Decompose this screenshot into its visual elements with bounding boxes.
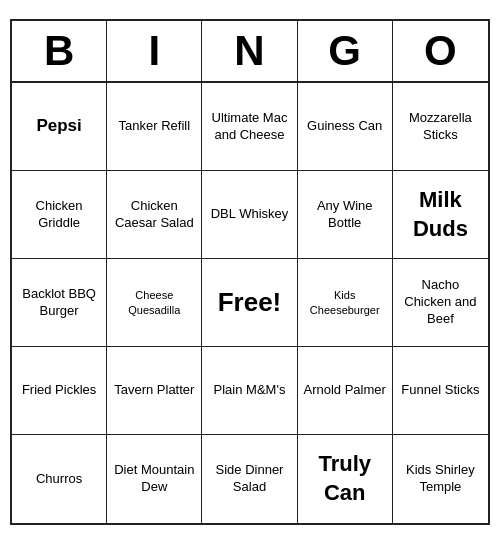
bingo-card: BINGO PepsiTanker RefillUltimate Mac and… [10, 19, 490, 525]
bingo-cell: Churros [12, 435, 107, 523]
cell-text: Truly Can [302, 450, 388, 507]
bingo-cell: Kids Shirley Temple [393, 435, 488, 523]
header-letter: N [202, 21, 297, 81]
bingo-cell: Tanker Refill [107, 83, 202, 171]
cell-text: Arnold Palmer [304, 382, 386, 399]
header-letter: G [298, 21, 393, 81]
bingo-cell: Chicken Caesar Salad [107, 171, 202, 259]
bingo-cell: Backlot BBQ Burger [12, 259, 107, 347]
cell-text: Ultimate Mac and Cheese [206, 110, 292, 144]
header-letter: B [12, 21, 107, 81]
cell-text: Backlot BBQ Burger [16, 286, 102, 320]
cell-text: Cheese Quesadilla [111, 288, 197, 317]
bingo-cell: Chicken Griddle [12, 171, 107, 259]
cell-text: Kids Shirley Temple [397, 462, 484, 496]
bingo-cell: Plain M&M's [202, 347, 297, 435]
cell-text: Chicken Caesar Salad [111, 198, 197, 232]
bingo-cell: Ultimate Mac and Cheese [202, 83, 297, 171]
bingo-cell: Cheese Quesadilla [107, 259, 202, 347]
bingo-cell: Truly Can [298, 435, 393, 523]
cell-text: Free! [218, 286, 282, 320]
cell-text: Milk Duds [397, 186, 484, 243]
cell-text: Guiness Can [307, 118, 382, 135]
cell-text: Fried Pickles [22, 382, 96, 399]
cell-text: Any Wine Bottle [302, 198, 388, 232]
bingo-cell: Fried Pickles [12, 347, 107, 435]
bingo-header: BINGO [12, 21, 488, 83]
bingo-cell: Mozzarella Sticks [393, 83, 488, 171]
cell-text: Tanker Refill [119, 118, 191, 135]
bingo-cell: Free! [202, 259, 297, 347]
bingo-cell: Any Wine Bottle [298, 171, 393, 259]
cell-text: Mozzarella Sticks [397, 110, 484, 144]
cell-text: Kids Cheeseburger [302, 288, 388, 317]
bingo-cell: Diet Mountain Dew [107, 435, 202, 523]
bingo-grid: PepsiTanker RefillUltimate Mac and Chees… [12, 83, 488, 523]
bingo-cell: Side Dinner Salad [202, 435, 297, 523]
cell-text: Nacho Chicken and Beef [397, 277, 484, 328]
bingo-cell: Nacho Chicken and Beef [393, 259, 488, 347]
bingo-cell: Tavern Platter [107, 347, 202, 435]
bingo-cell: Guiness Can [298, 83, 393, 171]
header-letter: O [393, 21, 488, 81]
cell-text: Diet Mountain Dew [111, 462, 197, 496]
cell-text: Pepsi [36, 115, 81, 137]
cell-text: Side Dinner Salad [206, 462, 292, 496]
cell-text: Funnel Sticks [401, 382, 479, 399]
bingo-cell: Funnel Sticks [393, 347, 488, 435]
cell-text: Plain M&M's [214, 382, 286, 399]
cell-text: Tavern Platter [114, 382, 194, 399]
bingo-cell: Pepsi [12, 83, 107, 171]
bingo-cell: Kids Cheeseburger [298, 259, 393, 347]
cell-text: Churros [36, 471, 82, 488]
bingo-cell: DBL Whiskey [202, 171, 297, 259]
bingo-cell: Milk Duds [393, 171, 488, 259]
cell-text: Chicken Griddle [16, 198, 102, 232]
cell-text: DBL Whiskey [211, 206, 289, 223]
header-letter: I [107, 21, 202, 81]
bingo-cell: Arnold Palmer [298, 347, 393, 435]
